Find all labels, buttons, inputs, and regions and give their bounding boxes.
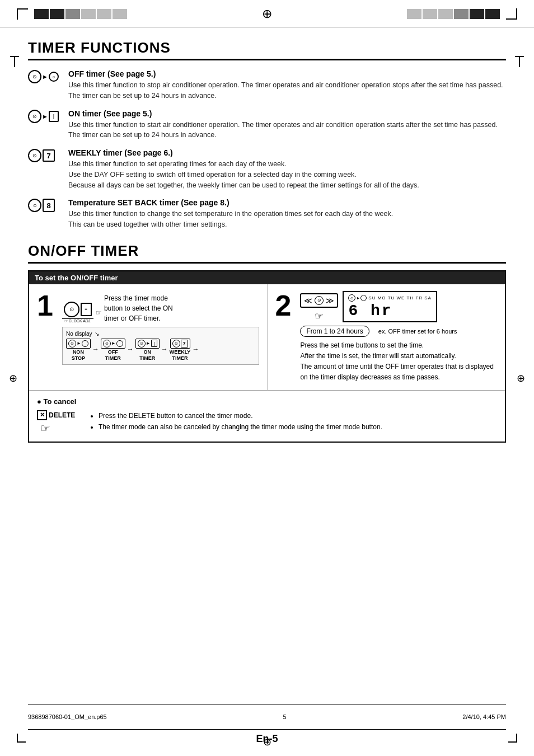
stripe-1 xyxy=(34,9,49,19)
bottom-crosshair: ⊕ xyxy=(263,736,271,748)
ex-label: ex. OFF timer set for 6 hours xyxy=(378,328,457,335)
step2-panel: 2 ≪ ⊙ ≫ ☞ xyxy=(268,284,505,390)
flow-item-nonstop: ⊙ ► NON STOP xyxy=(66,339,91,361)
top-crosshair: ⊕ xyxy=(262,7,272,21)
onoff-timer-box: To set the ON/OFF timer 1 ⊙ xyxy=(28,270,506,443)
corner-mark-tl xyxy=(17,8,28,20)
stripe-r6 xyxy=(485,9,500,19)
cancel-bullet-2: The timer mode can also be canceled by c… xyxy=(99,421,382,433)
on-timer-icon: ⊙ ► | xyxy=(28,110,62,123)
stripe-r3 xyxy=(438,9,453,19)
stripe-3 xyxy=(65,9,80,19)
off-timer-text: OFF timer (See page 5.) Use this timer f… xyxy=(68,69,506,101)
cancel-section: ● To cancel ✕ DELETE ☞ Press the DELETE … xyxy=(29,390,505,442)
on-timer-item: ⊙ ► | ON timer (See page 5.) Use this ti… xyxy=(28,109,506,141)
temp-setback-title: Temperature SET BACK timer (See page 8.) xyxy=(68,198,506,207)
onoff-box-header: To set the ON/OFF timer xyxy=(29,271,505,284)
flow-item-off-timer: ⊙ ► OFF TIMER xyxy=(101,339,125,361)
flow-arrow-2: → xyxy=(92,345,99,353)
no-display-label: No display xyxy=(66,331,92,337)
off-timer-title: OFF timer (See page 5.) xyxy=(68,69,506,78)
cancel-bullet-1: Press the DELETE button to cancel the ti… xyxy=(99,410,382,421)
stripe-r1 xyxy=(407,9,421,19)
step1-number: 1 xyxy=(37,291,53,320)
on-timer-clock-icon: ⊙ xyxy=(28,110,41,123)
weekly-timer-title: WEEKLY timer (See page 6.) xyxy=(68,148,506,157)
margin-mark-right xyxy=(515,56,524,67)
cancel-content: ✕ DELETE ☞ Press the DELETE button to ca… xyxy=(37,410,497,435)
footer-line xyxy=(28,705,506,711)
margin-mark-left xyxy=(10,56,19,67)
stripe-4 xyxy=(81,9,96,19)
top-registration-bar: ⊕ xyxy=(0,0,534,28)
step1-content: ⊙ ≡ ☞ CLOCK ADJ. ☞ Press the timer mode … xyxy=(62,291,259,365)
stripe-6 xyxy=(113,9,127,19)
step2-hand-cursor: ☞ xyxy=(315,310,324,322)
step2-instructions: Press the set time buttons to set the ti… xyxy=(300,340,497,383)
temp-setback-icon: ⊙ 8 xyxy=(28,199,62,212)
delete-x-icon: ✕ xyxy=(37,410,47,420)
on-timer-rect-icon: | xyxy=(49,111,59,122)
temp-setback-item: ⊙ 8 Temperature SET BACK timer (See page… xyxy=(28,198,506,230)
flow-arrow-1: ↘ xyxy=(95,331,99,337)
step1-doc-icon: ≡ xyxy=(81,303,92,316)
timer-functions-heading: TIMER FUNCTIONS xyxy=(28,39,506,60)
step1-clock-icon: ⊙ xyxy=(64,302,79,317)
step1-flow-diagram: No display ↘ ⊙ ► xyxy=(62,327,259,365)
delete-label: DELETE xyxy=(49,411,75,419)
display-days: SU MO TU WE TH FR SA xyxy=(368,295,432,300)
on-timer-title: ON timer (See page 5.) xyxy=(68,109,506,118)
temp-clock-icon: ⊙ xyxy=(28,199,41,212)
step2-number: 2 xyxy=(275,291,292,320)
flow-arrow-3: → xyxy=(127,345,134,353)
weekly-timer-icon: ⊙ 7 xyxy=(28,149,62,162)
step1-panel: 1 ⊙ ≡ xyxy=(29,284,268,390)
main-content: TIMER FUNCTIONS ⊙ ► ○ OFF timer (See pag… xyxy=(0,28,534,454)
flow-arrow-5: → xyxy=(192,345,199,353)
footer-date: 2/4/10, 4:45 PM xyxy=(462,713,506,720)
step1-instruction: Press the timer mode button to select th… xyxy=(104,291,188,323)
corner-mark-br xyxy=(508,734,517,743)
step2-arrow-buttons: ≪ ⊙ ≫ xyxy=(300,293,338,308)
cancel-bullets: Press the DELETE button to cancel the ti… xyxy=(90,410,382,433)
step1-clock-label: ☞ CLOCK ADJ. xyxy=(62,318,93,323)
on-timer-text: ON timer (See page 5.) Use this timer fu… xyxy=(68,109,506,141)
off-timer-item: ⊙ ► ○ OFF timer (See page 5.) Use this t… xyxy=(28,69,506,101)
flow-item-weekly: ⊙ 7 WEEKLY TIMER xyxy=(170,339,191,361)
footer-page-num: 5 xyxy=(283,713,286,720)
stripe-r5 xyxy=(470,9,484,19)
stripe-5 xyxy=(97,9,111,19)
off-timer-clock-icon: ⊙ xyxy=(28,70,41,83)
display-value: 6 hr xyxy=(348,303,432,319)
off-timer-icon: ⊙ ► ○ xyxy=(28,70,62,83)
stripe-r4 xyxy=(454,9,469,19)
left-crosshair: ⊕ xyxy=(9,372,17,384)
weekly-timer-text: WEEKLY timer (See page 6.) Use this time… xyxy=(68,148,506,190)
off-timer-circle-icon: ○ xyxy=(49,72,59,82)
top-left-marks xyxy=(17,8,127,20)
corner-mark-tr xyxy=(506,8,517,20)
onoff-box-content: 1 ⊙ ≡ xyxy=(29,284,505,390)
temp-setback-body: Use this timer function to change the se… xyxy=(68,209,506,230)
flow-item-on-timer: ⊙ ► | ON TIMER xyxy=(135,339,160,361)
stripe-2 xyxy=(50,9,64,19)
footer-doc-ref: 9368987060-01_OM_en.p65 xyxy=(28,713,107,720)
weekly-timer-body: Use this timer function to set operating… xyxy=(68,159,506,190)
from-hours-label: From 1 to 24 hours xyxy=(300,326,369,337)
right-crosshair: ⊕ xyxy=(517,372,525,384)
step1-hand-cursor: ☞ xyxy=(96,309,102,317)
stripe-r2 xyxy=(423,9,437,19)
corner-mark-bl xyxy=(17,734,26,743)
weekly-timer-clock-icon: ⊙ xyxy=(28,149,41,162)
cancel-hand-cursor: ☞ xyxy=(40,421,50,435)
delete-icon-area: ✕ DELETE ☞ xyxy=(37,410,82,435)
weekly-timer-item: ⊙ 7 WEEKLY timer (See page 6.) Use this … xyxy=(28,148,506,190)
on-timer-body: Use this timer function to start air con… xyxy=(68,120,506,141)
temp-8-icon: 8 xyxy=(43,199,55,212)
step2-content: ≪ ⊙ ≫ ☞ ⊙ xyxy=(300,291,497,383)
weekly-timer-7-icon: 7 xyxy=(43,149,55,162)
temp-setback-text: Temperature SET BACK timer (See page 8.)… xyxy=(68,198,506,230)
onoff-timer-heading: ON/OFF TIMER xyxy=(28,242,506,264)
off-timer-body: Use this timer function to stop air cond… xyxy=(68,80,506,101)
cancel-title: ● To cancel xyxy=(37,397,497,406)
